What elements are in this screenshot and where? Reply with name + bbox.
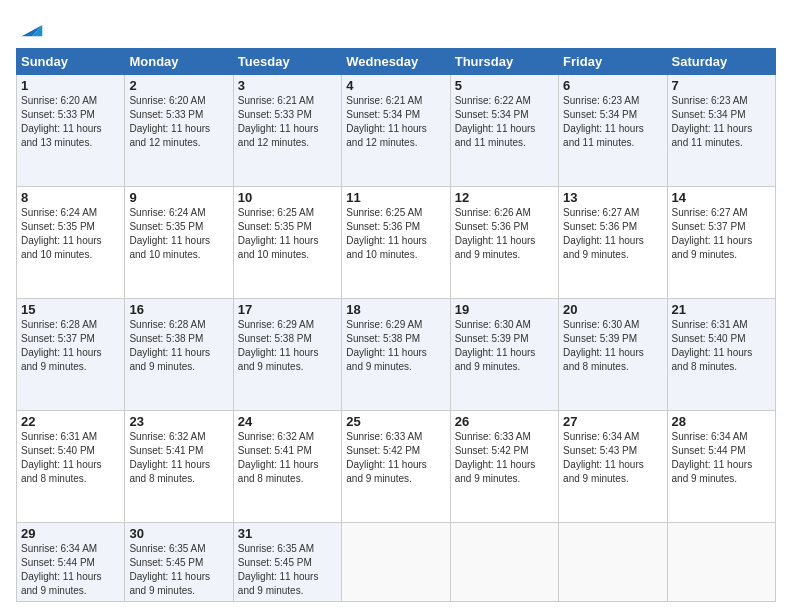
day-number: 31 (238, 526, 337, 541)
day-number: 7 (672, 78, 771, 93)
day-info: Sunrise: 6:23 AMSunset: 5:34 PMDaylight:… (563, 94, 662, 150)
day-number: 29 (21, 526, 120, 541)
day-info: Sunrise: 6:34 AMSunset: 5:44 PMDaylight:… (672, 430, 771, 486)
day-number: 14 (672, 190, 771, 205)
calendar-cell: 30Sunrise: 6:35 AMSunset: 5:45 PMDayligh… (125, 523, 233, 602)
day-info: Sunrise: 6:31 AMSunset: 5:40 PMDaylight:… (672, 318, 771, 374)
day-info: Sunrise: 6:28 AMSunset: 5:38 PMDaylight:… (129, 318, 228, 374)
day-info: Sunrise: 6:33 AMSunset: 5:42 PMDaylight:… (346, 430, 445, 486)
day-number: 2 (129, 78, 228, 93)
day-number: 28 (672, 414, 771, 429)
day-info: Sunrise: 6:26 AMSunset: 5:36 PMDaylight:… (455, 206, 554, 262)
day-number: 24 (238, 414, 337, 429)
day-number: 19 (455, 302, 554, 317)
calendar-cell: 22Sunrise: 6:31 AMSunset: 5:40 PMDayligh… (17, 411, 125, 523)
page: SundayMondayTuesdayWednesdayThursdayFrid… (0, 0, 792, 612)
calendar-cell: 13Sunrise: 6:27 AMSunset: 5:36 PMDayligh… (559, 187, 667, 299)
day-info: Sunrise: 6:25 AMSunset: 5:35 PMDaylight:… (238, 206, 337, 262)
day-number: 26 (455, 414, 554, 429)
day-info: Sunrise: 6:21 AMSunset: 5:33 PMDaylight:… (238, 94, 337, 150)
calendar-cell: 20Sunrise: 6:30 AMSunset: 5:39 PMDayligh… (559, 299, 667, 411)
day-number: 5 (455, 78, 554, 93)
calendar-cell: 21Sunrise: 6:31 AMSunset: 5:40 PMDayligh… (667, 299, 775, 411)
calendar-cell: 25Sunrise: 6:33 AMSunset: 5:42 PMDayligh… (342, 411, 450, 523)
calendar-cell: 5Sunrise: 6:22 AMSunset: 5:34 PMDaylight… (450, 75, 558, 187)
calendar-header-thursday: Thursday (450, 49, 558, 75)
calendar-table: SundayMondayTuesdayWednesdayThursdayFrid… (16, 48, 776, 602)
calendar-cell: 17Sunrise: 6:29 AMSunset: 5:38 PMDayligh… (233, 299, 341, 411)
day-number: 15 (21, 302, 120, 317)
day-info: Sunrise: 6:27 AMSunset: 5:37 PMDaylight:… (672, 206, 771, 262)
calendar-cell: 3Sunrise: 6:21 AMSunset: 5:33 PMDaylight… (233, 75, 341, 187)
day-info: Sunrise: 6:34 AMSunset: 5:43 PMDaylight:… (563, 430, 662, 486)
day-number: 11 (346, 190, 445, 205)
calendar-header-saturday: Saturday (667, 49, 775, 75)
calendar-week-row: 8Sunrise: 6:24 AMSunset: 5:35 PMDaylight… (17, 187, 776, 299)
calendar-cell: 23Sunrise: 6:32 AMSunset: 5:41 PMDayligh… (125, 411, 233, 523)
day-number: 20 (563, 302, 662, 317)
calendar-week-row: 1Sunrise: 6:20 AMSunset: 5:33 PMDaylight… (17, 75, 776, 187)
calendar-cell (559, 523, 667, 602)
day-number: 16 (129, 302, 228, 317)
day-info: Sunrise: 6:35 AMSunset: 5:45 PMDaylight:… (238, 542, 337, 598)
calendar-header-row: SundayMondayTuesdayWednesdayThursdayFrid… (17, 49, 776, 75)
day-number: 23 (129, 414, 228, 429)
calendar-cell: 6Sunrise: 6:23 AMSunset: 5:34 PMDaylight… (559, 75, 667, 187)
day-number: 12 (455, 190, 554, 205)
day-info: Sunrise: 6:25 AMSunset: 5:36 PMDaylight:… (346, 206, 445, 262)
day-info: Sunrise: 6:31 AMSunset: 5:40 PMDaylight:… (21, 430, 120, 486)
day-number: 6 (563, 78, 662, 93)
calendar-cell: 18Sunrise: 6:29 AMSunset: 5:38 PMDayligh… (342, 299, 450, 411)
calendar-cell: 28Sunrise: 6:34 AMSunset: 5:44 PMDayligh… (667, 411, 775, 523)
day-info: Sunrise: 6:34 AMSunset: 5:44 PMDaylight:… (21, 542, 120, 598)
day-info: Sunrise: 6:35 AMSunset: 5:45 PMDaylight:… (129, 542, 228, 598)
calendar-cell: 11Sunrise: 6:25 AMSunset: 5:36 PMDayligh… (342, 187, 450, 299)
calendar-cell: 16Sunrise: 6:28 AMSunset: 5:38 PMDayligh… (125, 299, 233, 411)
day-info: Sunrise: 6:33 AMSunset: 5:42 PMDaylight:… (455, 430, 554, 486)
calendar-header-friday: Friday (559, 49, 667, 75)
day-number: 8 (21, 190, 120, 205)
header (16, 16, 776, 40)
calendar-cell: 7Sunrise: 6:23 AMSunset: 5:34 PMDaylight… (667, 75, 775, 187)
calendar-cell: 2Sunrise: 6:20 AMSunset: 5:33 PMDaylight… (125, 75, 233, 187)
calendar-week-row: 29Sunrise: 6:34 AMSunset: 5:44 PMDayligh… (17, 523, 776, 602)
day-number: 1 (21, 78, 120, 93)
calendar-cell: 8Sunrise: 6:24 AMSunset: 5:35 PMDaylight… (17, 187, 125, 299)
calendar-cell: 24Sunrise: 6:32 AMSunset: 5:41 PMDayligh… (233, 411, 341, 523)
calendar-cell (450, 523, 558, 602)
day-info: Sunrise: 6:22 AMSunset: 5:34 PMDaylight:… (455, 94, 554, 150)
day-info: Sunrise: 6:30 AMSunset: 5:39 PMDaylight:… (563, 318, 662, 374)
logo-icon (18, 12, 46, 40)
day-info: Sunrise: 6:21 AMSunset: 5:34 PMDaylight:… (346, 94, 445, 150)
calendar-header-sunday: Sunday (17, 49, 125, 75)
calendar-cell: 26Sunrise: 6:33 AMSunset: 5:42 PMDayligh… (450, 411, 558, 523)
calendar-week-row: 22Sunrise: 6:31 AMSunset: 5:40 PMDayligh… (17, 411, 776, 523)
logo (16, 16, 46, 40)
day-number: 21 (672, 302, 771, 317)
day-number: 10 (238, 190, 337, 205)
day-number: 17 (238, 302, 337, 317)
day-info: Sunrise: 6:32 AMSunset: 5:41 PMDaylight:… (238, 430, 337, 486)
calendar-cell: 15Sunrise: 6:28 AMSunset: 5:37 PMDayligh… (17, 299, 125, 411)
day-number: 25 (346, 414, 445, 429)
calendar-cell (667, 523, 775, 602)
day-number: 9 (129, 190, 228, 205)
calendar-cell: 1Sunrise: 6:20 AMSunset: 5:33 PMDaylight… (17, 75, 125, 187)
day-info: Sunrise: 6:28 AMSunset: 5:37 PMDaylight:… (21, 318, 120, 374)
day-info: Sunrise: 6:24 AMSunset: 5:35 PMDaylight:… (21, 206, 120, 262)
calendar-week-row: 15Sunrise: 6:28 AMSunset: 5:37 PMDayligh… (17, 299, 776, 411)
day-number: 4 (346, 78, 445, 93)
day-number: 13 (563, 190, 662, 205)
day-info: Sunrise: 6:29 AMSunset: 5:38 PMDaylight:… (346, 318, 445, 374)
day-number: 30 (129, 526, 228, 541)
calendar-cell (342, 523, 450, 602)
day-info: Sunrise: 6:24 AMSunset: 5:35 PMDaylight:… (129, 206, 228, 262)
day-info: Sunrise: 6:20 AMSunset: 5:33 PMDaylight:… (129, 94, 228, 150)
day-info: Sunrise: 6:30 AMSunset: 5:39 PMDaylight:… (455, 318, 554, 374)
calendar-cell: 12Sunrise: 6:26 AMSunset: 5:36 PMDayligh… (450, 187, 558, 299)
calendar-cell: 14Sunrise: 6:27 AMSunset: 5:37 PMDayligh… (667, 187, 775, 299)
day-number: 27 (563, 414, 662, 429)
calendar-cell: 29Sunrise: 6:34 AMSunset: 5:44 PMDayligh… (17, 523, 125, 602)
day-info: Sunrise: 6:23 AMSunset: 5:34 PMDaylight:… (672, 94, 771, 150)
calendar-cell: 9Sunrise: 6:24 AMSunset: 5:35 PMDaylight… (125, 187, 233, 299)
